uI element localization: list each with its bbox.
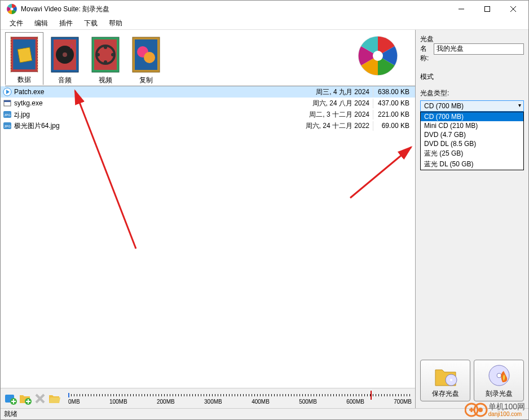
file-list[interactable]: Patch.exe周三, 4 九月 2024638.00 KBsytkg.exe… xyxy=(1,86,415,388)
file-icon xyxy=(3,99,12,108)
disc-name-input[interactable] xyxy=(434,43,524,55)
action-buttons: 保存光盘 刻录光盘 xyxy=(420,360,524,404)
content-area: 数据 ♪ 音频 xyxy=(1,30,528,408)
capacity-tick: 400MB xyxy=(252,399,270,405)
disc-type-list: CD (700 MB)Mini CD (210 MB)DVD (4.7 GB)D… xyxy=(420,112,524,170)
file-date: 周六, 24 八月 2024 xyxy=(289,99,373,108)
file-icon: JPG xyxy=(3,121,12,130)
menubar: 文件 编辑 插件 下载 帮助 xyxy=(1,17,528,30)
watermark-icon xyxy=(465,401,488,418)
svg-point-46 xyxy=(450,379,452,381)
capacity-tick: 100MB xyxy=(109,399,127,405)
svg-point-48 xyxy=(497,373,501,378)
watermark-line1: 单机100网 xyxy=(488,403,525,411)
file-row[interactable]: Patch.exe周三, 4 九月 2024638.00 KB xyxy=(1,86,415,98)
file-size: 69.00 KB xyxy=(373,122,413,130)
disc-name-row: 光盘名称: xyxy=(420,34,524,63)
maximize-button[interactable] xyxy=(474,1,500,17)
tab-video[interactable]: 视频 xyxy=(86,32,125,85)
remove-button[interactable] xyxy=(33,392,47,405)
open-folder-button[interactable] xyxy=(48,392,61,405)
copy-rug-icon xyxy=(130,35,162,74)
disc-type-dropdown[interactable]: CD (700 MB) CD (700 MB)Mini CD (210 MB)D… xyxy=(420,100,524,112)
file-name: Patch.exe xyxy=(14,88,289,96)
file-name: 极光图片64.jpg xyxy=(14,121,289,131)
tab-copy[interactable]: 复制 xyxy=(127,32,165,85)
file-size: 437.00 KB xyxy=(373,99,413,107)
watermark-line2: danji100.com xyxy=(488,411,525,417)
statusbar: 就绪 xyxy=(1,408,528,419)
video-rug-icon xyxy=(90,35,121,74)
capacity-tick: 200MB xyxy=(157,399,175,405)
burn-disc-button[interactable]: 刻录光盘 xyxy=(474,360,524,401)
menu-help[interactable]: 帮助 xyxy=(103,17,128,29)
save-disc-icon xyxy=(433,363,458,388)
disc-type-selected[interactable]: CD (700 MB) xyxy=(420,100,524,112)
status-text: 就绪 xyxy=(4,409,17,419)
tab-label: 音频 xyxy=(58,76,72,85)
svg-text:JPG: JPG xyxy=(4,113,11,117)
svg-point-28 xyxy=(373,51,383,61)
app-window: Movavi Video Suite: 刻录光盘 文件 编辑 插件 下载 帮助 xyxy=(0,0,529,420)
svg-text:JPG: JPG xyxy=(4,125,11,128)
file-row[interactable]: JPG极光图片64.jpg周六, 24 十二月 202269.00 KB xyxy=(1,120,415,131)
tab-label: 数据 xyxy=(17,75,31,85)
close-button[interactable] xyxy=(500,1,526,17)
file-date: 周二, 3 十二月 2024 xyxy=(289,110,373,120)
menu-plugins[interactable]: 插件 xyxy=(54,17,78,29)
svg-point-19 xyxy=(104,46,107,49)
capacity-fill xyxy=(68,393,69,397)
svg-point-14 xyxy=(63,52,67,57)
tab-label: 复制 xyxy=(139,76,153,85)
menu-download[interactable]: 下载 xyxy=(78,17,103,29)
file-icon: JPG xyxy=(3,110,12,119)
svg-point-21 xyxy=(96,53,100,56)
file-size: 221.00 KB xyxy=(373,110,413,118)
left-panel: 数据 ♪ 音频 xyxy=(1,30,416,408)
disc-type-option[interactable]: DVD (4.7 GB) xyxy=(421,130,523,139)
file-name: sytkg.exe xyxy=(14,99,289,107)
mode-tabs: 数据 ♪ 音频 xyxy=(1,30,415,86)
tab-data[interactable]: 数据 xyxy=(5,32,43,85)
file-row[interactable]: JPGzj.jpg周二, 3 十二月 2024221.00 KB xyxy=(1,109,415,120)
capacity-bar: 0MB100MB200MB300MB400MB500MB600MB700MB xyxy=(68,391,412,406)
capacity-labels: 0MB100MB200MB300MB400MB500MB600MB700MB xyxy=(68,399,412,405)
mode-section-label: 模式 xyxy=(420,72,524,82)
window-title: Movavi Video Suite: 刻录光盘 xyxy=(21,5,448,14)
menu-edit[interactable]: 编辑 xyxy=(29,17,54,29)
disc-type-option[interactable]: Mini CD (210 MB) xyxy=(421,121,523,130)
capacity-track xyxy=(68,394,412,396)
watermark: 单机100网 danji100.com xyxy=(465,401,525,418)
capacity-tick: 500MB xyxy=(299,399,317,405)
tab-label: 视频 xyxy=(99,76,112,85)
tab-audio[interactable]: ♪ 音频 xyxy=(46,32,84,85)
svg-rect-31 xyxy=(4,100,11,102)
add-file-button[interactable] xyxy=(4,392,17,405)
file-date: 周六, 24 十二月 2022 xyxy=(289,121,373,131)
add-folder-button[interactable] xyxy=(19,392,32,405)
svg-point-1 xyxy=(11,8,14,11)
window-controls xyxy=(448,1,526,17)
disc-type-option[interactable]: CD (700 MB) xyxy=(421,112,523,121)
disc-type-option[interactable]: 蓝光 DL (50 GB) xyxy=(421,159,523,170)
file-row[interactable]: sytkg.exe周六, 24 八月 2024437.00 KB xyxy=(1,98,415,109)
app-logo xyxy=(358,36,398,78)
menu-file[interactable]: 文件 xyxy=(4,17,29,29)
svg-point-26 xyxy=(144,52,155,63)
svg-point-22 xyxy=(111,53,114,56)
capacity-tick: 0MB xyxy=(68,399,80,405)
disc-type-option[interactable]: 蓝光 (25 GB) xyxy=(421,148,523,159)
audio-rug-icon: ♪ xyxy=(49,35,81,74)
data-rug-icon xyxy=(8,35,40,74)
save-disc-label: 保存光盘 xyxy=(432,389,459,399)
save-disc-button[interactable]: 保存光盘 xyxy=(420,360,470,401)
disc-name-label: 光盘名称: xyxy=(420,34,434,63)
svg-text:♪: ♪ xyxy=(69,41,73,50)
disc-type-option[interactable]: DVD DL (8.5 GB) xyxy=(421,139,523,148)
file-icon xyxy=(3,87,12,96)
titlebar: Movavi Video Suite: 刻录光盘 xyxy=(1,1,528,17)
minimize-button[interactable] xyxy=(448,1,474,17)
disc-type-label: 光盘类型: xyxy=(420,89,524,98)
file-name: zj.jpg xyxy=(14,110,289,118)
svg-rect-8 xyxy=(17,47,32,63)
